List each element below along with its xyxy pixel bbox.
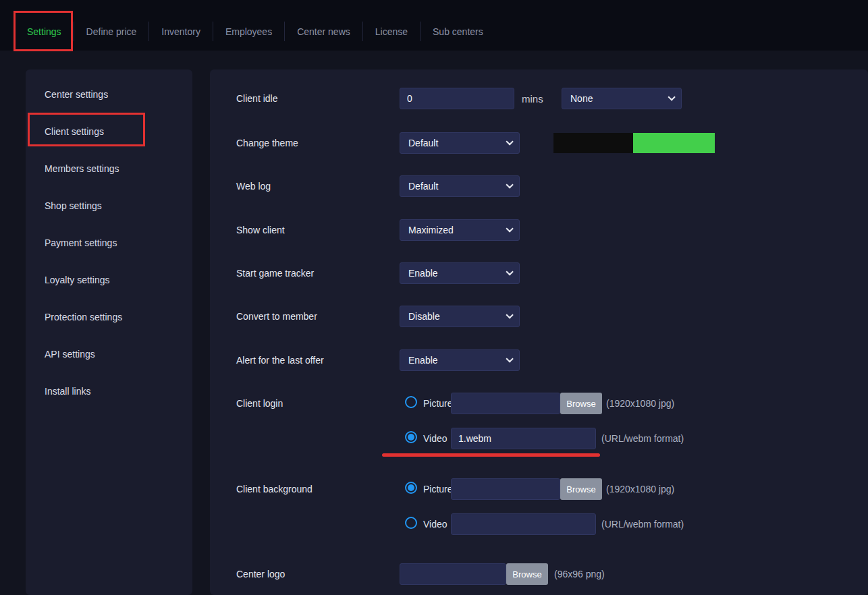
- row-center-logo: Center logo Browse (96x96 png): [210, 563, 868, 585]
- row-client-login-picture: Client login Picture Browse (1920x1080 j…: [210, 393, 868, 414]
- center-logo-hint: (96x96 png): [554, 569, 605, 579]
- row-client-background-picture: Client background Picture Browse (1920x1…: [210, 478, 868, 500]
- client-login-picture-hint: (1920x1080 jpg): [606, 398, 674, 409]
- change-theme-select[interactable]: Default: [400, 132, 520, 154]
- field-label-convert-to-member: Convert to member: [236, 311, 317, 322]
- chevron-down-icon: [506, 268, 513, 275]
- row-alert-last-offer: Alert for the last offer Enable: [210, 349, 868, 371]
- client-idle-input[interactable]: [400, 88, 514, 109]
- chevron-down-icon: [506, 138, 513, 145]
- sidebar-item-payment-settings[interactable]: Payment settings: [26, 224, 192, 261]
- tab-settings[interactable]: Settings: [15, 12, 74, 51]
- tab-sub-centers[interactable]: Sub centers: [421, 12, 495, 51]
- row-client-background-video: Video (URL/webm format): [210, 513, 868, 535]
- chevron-down-icon: [506, 355, 513, 362]
- field-label-center-logo: Center logo: [236, 569, 285, 579]
- tab-label: Sub centers: [433, 26, 483, 37]
- row-client-login-video: Video (URL/webm format): [210, 428, 868, 449]
- client-login-picture-browse-button[interactable]: Browse: [560, 393, 602, 414]
- web-log-select[interactable]: Default: [400, 175, 520, 197]
- show-client-select[interactable]: Maximized: [400, 219, 520, 241]
- tab-define-price[interactable]: Define price: [74, 12, 149, 51]
- select-value: None: [570, 93, 593, 104]
- tab-employees[interactable]: Employees: [213, 12, 284, 51]
- tab-center-news[interactable]: Center news: [285, 12, 362, 51]
- tab-label: Settings: [27, 26, 61, 37]
- theme-color-swatch-green: [633, 133, 715, 153]
- sidebar-item-center-settings[interactable]: Center settings: [26, 76, 192, 113]
- tab-license[interactable]: License: [363, 12, 420, 51]
- sidebar-item-members-settings[interactable]: Members settings: [26, 150, 192, 187]
- tab-strip: Settings Define price Inventory Employee…: [15, 12, 495, 51]
- client-settings-panel: Client idle mins None Change theme Defau…: [210, 69, 868, 595]
- select-value: Default: [408, 181, 438, 192]
- sidebar-item-client-settings[interactable]: Client settings: [26, 113, 192, 150]
- field-label-web-log: Web log: [236, 181, 271, 192]
- start-game-tracker-select[interactable]: Enable: [400, 262, 520, 284]
- row-convert-to-member: Convert to member Disable: [210, 306, 868, 327]
- chevron-down-icon: [506, 311, 513, 318]
- field-label-client-login: Client login: [236, 398, 283, 409]
- client-background-picture-path-input[interactable]: [451, 478, 560, 500]
- tab-label: Inventory: [161, 26, 200, 37]
- center-logo-path-input[interactable]: [400, 563, 506, 585]
- theme-color-swatch-dark: [553, 133, 633, 153]
- field-label-alert-last-offer: Alert for the last offer: [236, 355, 324, 366]
- center-logo-browse-button[interactable]: Browse: [506, 563, 548, 585]
- field-label-start-game-tracker: Start game tracker: [236, 268, 314, 279]
- select-value: Enable: [408, 355, 438, 366]
- sidebar-item-shop-settings[interactable]: Shop settings: [26, 187, 192, 224]
- client-idle-unit: mins: [522, 93, 543, 105]
- client-background-picture-hint: (1920x1080 jpg): [606, 484, 674, 494]
- row-client-idle: Client idle mins None: [210, 88, 868, 109]
- tab-label: Define price: [86, 26, 137, 37]
- row-show-client: Show client Maximized: [210, 219, 868, 241]
- chevron-down-icon: [668, 93, 675, 101]
- select-value: Maximized: [408, 225, 454, 235]
- client-background-video-url-input[interactable]: [451, 513, 596, 535]
- convert-to-member-select[interactable]: Disable: [400, 306, 520, 327]
- client-login-video-url-input[interactable]: [451, 428, 596, 449]
- client-login-video-hint: (URL/webm format): [601, 433, 684, 444]
- row-start-game-tracker: Start game tracker Enable: [210, 262, 868, 284]
- sidebar-item-protection-settings[interactable]: Protection settings: [26, 298, 192, 335]
- select-value: Default: [408, 138, 438, 148]
- client-background-video-hint: (URL/webm format): [601, 519, 684, 530]
- client-background-video-radio[interactable]: [405, 517, 417, 529]
- client-background-picture-radio-label: Picture: [423, 484, 453, 494]
- client-login-video-radio[interactable]: [405, 431, 417, 443]
- tab-label: Center news: [297, 26, 350, 37]
- client-background-picture-radio[interactable]: [405, 482, 417, 494]
- chevron-down-icon: [506, 181, 513, 188]
- row-change-theme: Change theme Default: [210, 132, 868, 154]
- client-login-picture-radio[interactable]: [405, 396, 417, 408]
- row-web-log: Web log Default: [210, 175, 868, 197]
- client-background-video-radio-label: Video: [423, 519, 447, 530]
- settings-sidebar: Center settings Client settings Members …: [26, 69, 192, 595]
- top-tab-bar: Settings Define price Inventory Employee…: [0, 0, 868, 51]
- chevron-down-icon: [506, 225, 513, 232]
- field-label-client-background: Client background: [236, 484, 313, 494]
- tab-label: License: [375, 26, 408, 37]
- client-login-picture-radio-label: Picture: [423, 398, 453, 409]
- sidebar-item-install-links[interactable]: Install links: [26, 372, 192, 409]
- field-label-client-idle: Client idle: [236, 93, 277, 104]
- select-value: Disable: [408, 311, 440, 322]
- sidebar-item-loyalty-settings[interactable]: Loyalty settings: [26, 261, 192, 298]
- field-label-change-theme: Change theme: [236, 138, 298, 148]
- tab-label: Employees: [225, 26, 272, 37]
- client-idle-action-select[interactable]: None: [562, 88, 682, 109]
- client-login-picture-path-input[interactable]: [451, 393, 560, 414]
- tab-inventory[interactable]: Inventory: [149, 12, 213, 51]
- alert-last-offer-select[interactable]: Enable: [400, 349, 520, 371]
- select-value: Enable: [408, 268, 438, 279]
- field-label-show-client: Show client: [236, 225, 285, 235]
- client-login-video-radio-label: Video: [423, 433, 447, 444]
- client-background-picture-browse-button[interactable]: Browse: [560, 478, 602, 500]
- sidebar-item-api-settings[interactable]: API settings: [26, 335, 192, 372]
